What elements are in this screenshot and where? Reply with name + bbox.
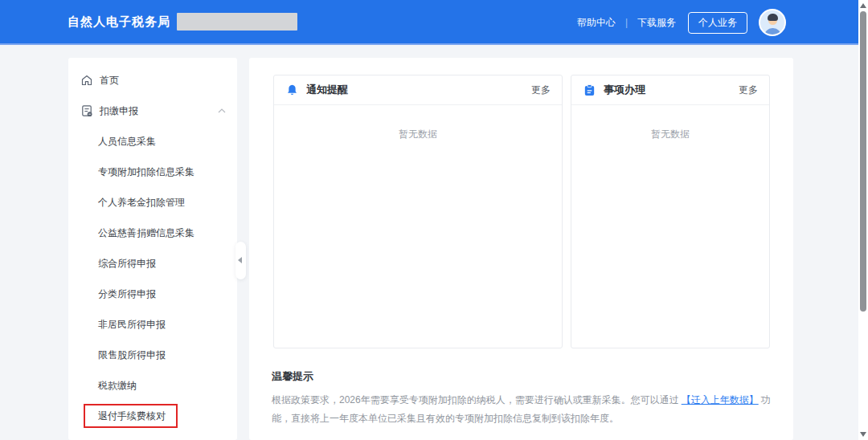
sidebar-item-personnel-info-collection[interactable]: 人员信息采集 <box>68 126 237 157</box>
download-service-link[interactable]: 下载服务 <box>637 16 676 30</box>
avatar-hair <box>768 14 778 21</box>
sidebar-item-label: 综合所得申报 <box>98 257 156 271</box>
sidebar-item-refund-fee-verification[interactable]: 退付手续费核对 <box>68 401 237 431</box>
tip-text-before: 根据政策要求，2026年需要享受专项附加扣除的纳税人，需要进行确认或重新采集。您… <box>272 394 679 405</box>
sidebar-item-nonresident-income-declaration[interactable]: 非居民所得申报 <box>68 309 237 340</box>
import-last-year-data-link[interactable]: 【迁入上年数据】 <box>682 394 759 405</box>
notification-card: 通知提醒 更多 暂无数据 <box>273 75 563 348</box>
sidebar-item-tax-payment[interactable]: 税款缴纳 <box>68 370 237 401</box>
bell-icon <box>285 84 299 97</box>
collapse-left-icon <box>238 257 242 263</box>
matters-card-header: 事项办理 更多 <box>571 75 769 105</box>
nav-divider: | <box>625 17 628 28</box>
sidebar-item-charity-donation-collection[interactable]: 公益慈善捐赠信息采集 <box>68 218 237 248</box>
scrollbar-thumb[interactable] <box>860 11 866 312</box>
sidebar-item-label: 人员信息采集 <box>98 135 156 149</box>
matters-card: 事项办理 更多 暂无数据 <box>571 75 770 348</box>
avatar-shirt <box>764 28 781 36</box>
sidebar-item-label: 专项附加扣除信息采集 <box>98 165 194 179</box>
notification-card-header: 通知提醒 更多 <box>274 75 562 105</box>
chevron-up-icon <box>218 108 226 113</box>
sidebar-item-withholding-declaration[interactable]: 扣缴申报 <box>68 96 237 126</box>
sidebar-item-label: 限售股所得申报 <box>98 348 166 362</box>
sidebar-item-label: 税款缴纳 <box>98 379 137 393</box>
sidebar-item-label: 非居民所得申报 <box>98 318 166 332</box>
sidebar-item-special-additional-deduction-collection[interactable]: 专项附加扣除信息采集 <box>68 157 237 187</box>
matters-more-link[interactable]: 更多 <box>739 84 758 97</box>
sidebar-item-classified-income-declaration[interactable]: 分类所得申报 <box>68 279 237 309</box>
clipboard-icon <box>583 84 596 97</box>
app-window: 自然人电子税务局 帮助中心 | 下载服务 个人业务 首页 <box>0 0 868 440</box>
sidebar-item-label: 个人养老金扣除管理 <box>98 196 185 210</box>
sidebar-item-label: 公益慈善捐赠信息采集 <box>98 226 194 240</box>
sidebar-item-comprehensive-income-declaration[interactable]: 综合所得申报 <box>68 248 237 279</box>
sidebar-collapse-handle[interactable] <box>235 242 246 279</box>
red-highlight-annotation: 退付手续费核对 <box>84 404 178 428</box>
warm-tip-title: 温馨提示 <box>272 369 773 384</box>
sidebar-item-label: 分类所得申报 <box>98 287 156 301</box>
sidebar-item-label: 扣缴申报 <box>100 104 138 118</box>
app-title: 自然人电子税务局 <box>68 14 170 30</box>
notification-empty-text: 暂无数据 <box>274 105 562 141</box>
scroll-up-icon[interactable] <box>860 3 866 8</box>
warm-tip-section: 温馨提示 根据政策要求，2026年需要享受专项附加扣除的纳税人，需要进行确认或重… <box>272 369 773 428</box>
home-icon <box>80 74 93 87</box>
warm-tip-body: 根据政策要求，2026年需要享受专项附加扣除的纳税人，需要进行确认或重新采集。您… <box>272 391 773 428</box>
vertical-scrollbar[interactable] <box>858 0 868 440</box>
notification-card-title: 通知提醒 <box>306 83 348 97</box>
scroll-down-icon[interactable] <box>860 432 866 437</box>
redacted-org-name <box>177 13 297 31</box>
sidebar-item-home[interactable]: 首页 <box>68 65 237 96</box>
top-header-bar: 自然人电子税务局 帮助中心 | 下载服务 个人业务 <box>0 0 858 45</box>
notification-more-link[interactable]: 更多 <box>531 84 551 97</box>
sidebar-item-restricted-stock-declaration[interactable]: 限售股所得申报 <box>68 340 237 370</box>
sidebar-item-label: 退付手续费核对 <box>98 410 166 422</box>
sidebar-menu: 首页 扣缴申报 人员信息采集 专项附加扣除信息采集 个人养老金扣除管理 公益 <box>68 58 237 440</box>
matters-empty-text: 暂无数据 <box>571 105 769 141</box>
form-icon <box>80 104 93 117</box>
sidebar-item-label: 首页 <box>100 74 119 88</box>
header-nav: 帮助中心 | 下载服务 个人业务 <box>577 0 786 45</box>
main-content-panel: 通知提醒 更多 暂无数据 事项办理 更多 暂无数据 温馨提示 根据政策要求， <box>249 58 793 440</box>
user-avatar[interactable] <box>759 9 786 36</box>
matters-card-title: 事项办理 <box>604 83 645 97</box>
sidebar-item-personal-pension-deduction[interactable]: 个人养老金扣除管理 <box>68 187 237 218</box>
personal-business-button[interactable]: 个人业务 <box>688 12 747 34</box>
help-center-link[interactable]: 帮助中心 <box>577 16 616 30</box>
